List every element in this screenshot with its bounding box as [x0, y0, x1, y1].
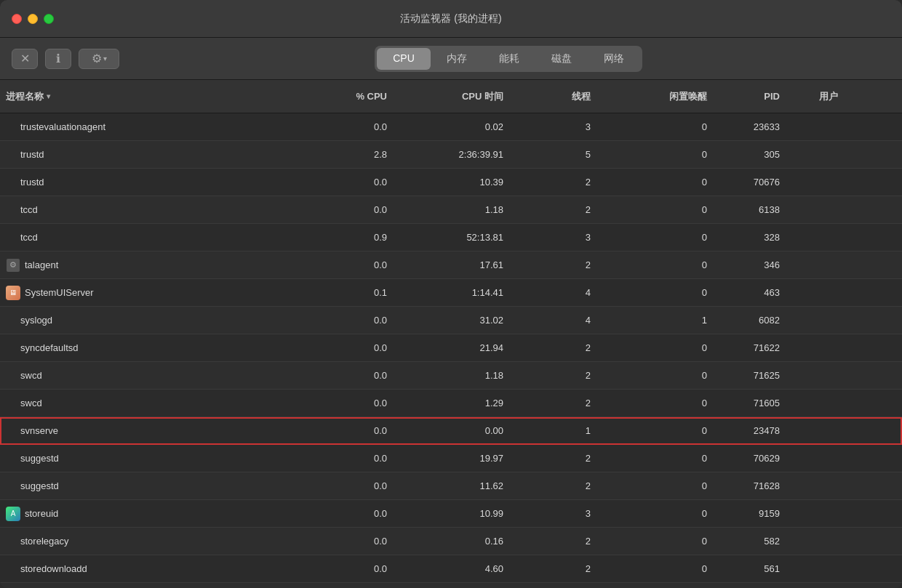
process-name-label: syslogd — [20, 315, 52, 326]
table-cell: 1 — [596, 315, 713, 326]
table-row[interactable]: storelegacy0.00.1620582 — [0, 528, 902, 555]
tab-group: CPU 内存 能耗 磁盘 网络 — [375, 46, 642, 72]
table-cell: 71622 — [713, 342, 786, 353]
table-cell: 0 — [596, 287, 713, 298]
table-row[interactable]: suggestd0.011.622071628 — [0, 472, 902, 500]
tab-disk[interactable]: 磁盘 — [535, 48, 588, 70]
process-name-label: syncdefaultsd — [20, 342, 79, 353]
table-row[interactable]: svnserve0.00.001023478 — [0, 417, 902, 445]
table-cell: 4 — [509, 287, 596, 298]
table-body[interactable]: trustevaluationagent0.00.023023633trustd… — [0, 113, 902, 588]
stop-button[interactable]: ✕ — [12, 49, 38, 69]
table-row[interactable]: swcd0.01.292071605 — [0, 390, 902, 417]
gear-button[interactable]: ⚙ ▾ — [79, 49, 119, 69]
table-row[interactable]: tccd0.952:13.8130328 — [0, 224, 902, 251]
table-cell: 2 — [509, 453, 596, 464]
process-name-label: svnserve — [20, 425, 58, 436]
col-threads[interactable]: 线程 — [509, 90, 596, 103]
table-cell: 0 — [596, 204, 713, 215]
table-cell: 0.0 — [306, 204, 393, 215]
table-cell: 0.0 — [306, 425, 393, 436]
info-icon: ℹ — [56, 52, 60, 65]
process-name-label: tccd — [20, 204, 38, 215]
table-row[interactable]: syslogd0.031.02416082 — [0, 307, 902, 334]
table-cell: 0.0 — [306, 315, 393, 326]
window-title: 活动监视器 (我的进程) — [400, 12, 501, 25]
table-row[interactable]: trustevaluationagent0.00.023023633 — [0, 113, 902, 141]
tab-memory[interactable]: 内存 — [431, 48, 483, 70]
process-name-label: suggestd — [20, 453, 59, 464]
col-process-name[interactable]: 进程名称 ▾ — [0, 90, 306, 103]
col-user[interactable]: 用户 — [786, 90, 844, 103]
table-cell: 0.0 — [306, 563, 393, 574]
table-cell: 0.0 — [306, 508, 393, 519]
table-cell: 2 — [509, 563, 596, 574]
table-cell: 2.8 — [306, 149, 393, 160]
table-row[interactable]: ⚙talagent0.017.6120346 — [0, 251, 902, 279]
process-name-cell: suggestd — [0, 480, 306, 491]
table-cell: 0 — [596, 536, 713, 547]
maximize-button[interactable] — [44, 14, 54, 24]
table-row[interactable]: Astoreuid0.010.99309159 — [0, 500, 902, 528]
table-cell: 463 — [713, 287, 786, 298]
table-row[interactable]: suggestd0.019.972070629 — [0, 445, 902, 472]
table-row[interactable]: ⚙storeassetd0.021.2251686 — [0, 583, 902, 588]
close-button[interactable] — [12, 14, 22, 24]
process-name-cell: tccd — [0, 232, 306, 243]
col-cpu-percent[interactable]: % CPU — [306, 91, 393, 102]
table-cell: 19.97 — [393, 453, 509, 464]
table-cell: 2 — [509, 536, 596, 547]
tab-network[interactable]: 网络 — [588, 48, 640, 70]
process-name-cell: storedownloadd — [0, 563, 306, 574]
table-cell: 2 — [509, 480, 596, 491]
table-cell: 305 — [713, 149, 786, 160]
stop-icon: ✕ — [20, 52, 30, 65]
table-cell: 0.02 — [393, 121, 509, 132]
table-row[interactable]: trustd0.010.392070676 — [0, 169, 902, 196]
process-name-cell: trustd — [0, 149, 306, 160]
table-cell: 10.99 — [393, 508, 509, 519]
table-cell: 2 — [509, 398, 596, 408]
info-button[interactable]: ℹ — [45, 49, 71, 69]
table-cell: 52:13.81 — [393, 232, 509, 243]
table-cell: 21.94 — [393, 342, 509, 353]
table-row[interactable]: storedownloadd0.04.6020561 — [0, 555, 902, 583]
table-cell: 0 — [596, 453, 713, 464]
table-cell: 31.02 — [393, 315, 509, 326]
col-idle-wake[interactable]: 闲置唤醒 — [596, 90, 713, 103]
table-cell: 3 — [509, 508, 596, 519]
table-row[interactable]: trustd2.82:36:39.9150305 — [0, 141, 902, 169]
table-cell: 328 — [713, 232, 786, 243]
table-cell: 6138 — [713, 204, 786, 215]
process-name-cell: storelegacy — [0, 536, 306, 547]
process-name-cell: suggestd — [0, 453, 306, 464]
table-cell: 0 — [596, 425, 713, 436]
col-cpu-time[interactable]: CPU 时间 — [393, 90, 509, 103]
table-row[interactable]: tccd0.01.18206138 — [0, 196, 902, 224]
process-name-cell: swcd — [0, 398, 306, 408]
table-cell: 0.0 — [306, 259, 393, 270]
table-cell: 4.60 — [393, 563, 509, 574]
gear-icon: ⚙ — [92, 52, 102, 65]
table-row[interactable]: syncdefaultsd0.021.942071622 — [0, 334, 902, 362]
process-name-label: storelegacy — [20, 536, 68, 547]
table-cell: 346 — [713, 259, 786, 270]
table-cell: 0.0 — [306, 480, 393, 491]
tab-cpu[interactable]: CPU — [377, 48, 431, 70]
table-cell: 2 — [509, 370, 596, 381]
col-pid[interactable]: PID — [713, 91, 786, 102]
table-cell: 0 — [596, 480, 713, 491]
table-cell: 9159 — [713, 508, 786, 519]
process-name-label: trustevaluationagent — [20, 121, 105, 132]
table-row[interactable]: swcd0.01.182071625 — [0, 362, 902, 390]
app-icon: ⚙ — [6, 258, 20, 273]
tab-energy[interactable]: 能耗 — [483, 48, 535, 70]
process-name-label: suggestd — [20, 480, 59, 491]
table-cell: 0 — [596, 508, 713, 519]
table-row[interactable]: 🖥SystemUIServer0.11:14.4140463 — [0, 279, 902, 307]
table-cell: 1.29 — [393, 398, 509, 408]
table-cell: 23478 — [713, 425, 786, 436]
process-name-cell: ⚙talagent — [0, 258, 306, 273]
table-cell: 2:36:39.91 — [393, 149, 509, 160]
minimize-button[interactable] — [28, 14, 38, 24]
